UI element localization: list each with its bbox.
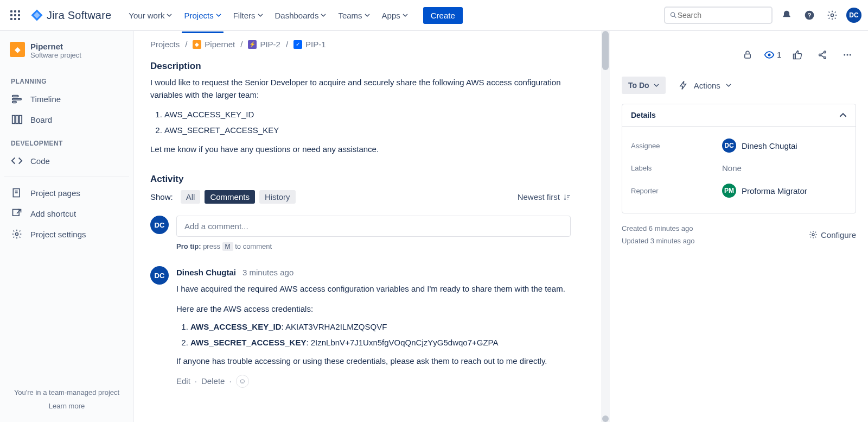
sidebar-code[interactable]: Code <box>4 150 129 171</box>
details-card: Details Assignee DC Dinesh Chugtai Label… <box>622 104 856 213</box>
chevron-down-icon <box>365 12 370 18</box>
project-small-icon: ◆ <box>193 40 201 49</box>
gear-icon <box>11 228 23 240</box>
current-user-avatar: DC <box>150 216 169 234</box>
jira-logo[interactable]: Jira Software <box>30 9 111 22</box>
assignee-label: Assignee <box>631 142 722 150</box>
comment-author[interactable]: Dinesh Chugtai <box>176 266 236 279</box>
nav-teams[interactable]: Teams <box>334 8 374 23</box>
svg-text:?: ? <box>807 11 811 18</box>
like-icon[interactable] <box>789 46 806 64</box>
svg-point-17 <box>768 54 771 56</box>
svg-rect-7 <box>12 102 16 103</box>
nav-dashboards[interactable]: Dashboards <box>271 8 331 23</box>
chevron-down-icon <box>654 83 659 88</box>
sidebar-project-settings[interactable]: Project settings <box>4 224 129 244</box>
crumb-issue[interactable]: ✓PIP-1 <box>293 40 326 49</box>
scrollbar[interactable] <box>601 31 610 422</box>
svg-point-0 <box>671 12 674 16</box>
svg-point-23 <box>844 54 845 56</box>
create-button[interactable]: Create <box>423 7 463 24</box>
detail-pane: 1 To Do Actions Details Assignee <box>610 31 868 422</box>
assignee-value[interactable]: DC Dinesh Chugtai <box>722 138 797 153</box>
code-icon <box>11 155 23 167</box>
reporter-value[interactable]: PM Proforma Migrator <box>722 184 807 198</box>
nav-projects[interactable]: Projects <box>180 8 225 23</box>
tab-all[interactable]: All <box>181 190 201 204</box>
tab-comments[interactable]: Comments <box>205 190 255 204</box>
app-switcher-icon[interactable] <box>7 7 24 24</box>
description-body: I would like to request the Senior Devel… <box>150 76 571 155</box>
nav-filters[interactable]: Filters <box>229 8 267 23</box>
details-toggle[interactable]: Details <box>622 104 856 127</box>
board-icon <box>11 114 23 125</box>
comment-delete[interactable]: Delete <box>201 375 225 387</box>
labels-value[interactable]: None <box>722 163 742 173</box>
chevron-down-icon <box>167 12 172 18</box>
svg-point-26 <box>812 234 814 236</box>
svg-rect-9 <box>16 116 18 124</box>
comment-input[interactable]: Add a comment... <box>176 216 571 237</box>
assignee-avatar: DC <box>722 138 736 153</box>
project-header[interactable]: ◆ Pipernet Software project <box>4 42 129 68</box>
svg-point-25 <box>850 54 851 56</box>
gear-icon <box>809 230 818 239</box>
jira-logo-icon <box>30 9 43 22</box>
tab-history[interactable]: History <box>259 190 296 204</box>
comment-time: 3 minutes ago <box>242 266 293 279</box>
project-type: Software project <box>30 51 81 59</box>
add-reaction-icon[interactable]: ☺ <box>236 375 249 388</box>
help-icon[interactable]: ? <box>801 7 818 24</box>
svg-line-22 <box>821 55 824 58</box>
more-icon[interactable] <box>839 46 856 64</box>
svg-point-24 <box>847 54 848 56</box>
svg-line-1 <box>674 16 676 18</box>
crumb-epic[interactable]: ⚡PIP-2 <box>248 40 280 49</box>
nav-apps[interactable]: Apps <box>378 8 412 23</box>
section-planning: PLANNING <box>4 68 129 89</box>
lock-icon[interactable] <box>739 46 756 64</box>
svg-point-4 <box>831 14 834 17</box>
search-box[interactable] <box>664 7 773 24</box>
watch-button[interactable]: 1 <box>764 49 781 60</box>
svg-rect-16 <box>745 54 751 59</box>
chevron-down-icon <box>216 12 221 18</box>
configure-button[interactable]: Configure <box>809 222 856 248</box>
nav-your-work[interactable]: Your work <box>124 8 176 23</box>
settings-icon[interactable] <box>824 7 841 24</box>
crumb-projects[interactable]: Projects <box>150 40 180 49</box>
jira-logo-text: Jira Software <box>47 9 111 22</box>
shortcut-icon <box>11 207 23 219</box>
svg-point-15 <box>16 233 18 236</box>
section-development: DEVELOPMENT <box>4 130 129 150</box>
svg-rect-5 <box>12 96 18 97</box>
svg-line-21 <box>821 53 824 55</box>
user-avatar[interactable]: DC <box>846 8 861 23</box>
sort-icon <box>563 193 571 201</box>
comment-avatar: DC <box>150 266 169 285</box>
issue-pane: Projects / ◆Pipernet / ⚡PIP-2 / ✓PIP-1 D… <box>134 31 601 422</box>
comment-protip: Pro tip: press M to comment <box>176 242 571 251</box>
comment-item: DC Dinesh Chugtai 3 minutes ago I have a… <box>150 266 571 388</box>
comment-edit[interactable]: Edit <box>176 375 190 387</box>
sidebar-project-pages[interactable]: Project pages <box>4 182 129 203</box>
top-nav: Jira Software Your work Projects Filters… <box>0 0 868 31</box>
notifications-icon[interactable] <box>778 7 795 24</box>
svg-rect-8 <box>12 116 15 124</box>
project-name: Pipernet <box>30 42 81 51</box>
sidebar: ◆ Pipernet Software project PLANNING Tim… <box>0 31 134 422</box>
description-heading: Description <box>150 61 571 72</box>
sidebar-board[interactable]: Board <box>4 109 129 130</box>
status-dropdown[interactable]: To Do <box>622 77 666 94</box>
epic-icon: ⚡ <box>248 40 257 49</box>
crumb-project[interactable]: ◆Pipernet <box>193 40 235 49</box>
bolt-icon <box>679 80 688 90</box>
sidebar-add-shortcut[interactable]: Add shortcut <box>4 203 129 224</box>
timeline-icon <box>11 93 23 105</box>
sort-newest[interactable]: Newest first <box>518 192 571 201</box>
sidebar-timeline[interactable]: Timeline <box>4 89 129 109</box>
learn-more-link[interactable]: Learn more <box>10 402 124 410</box>
search-input[interactable] <box>678 11 767 20</box>
share-icon[interactable] <box>814 46 831 64</box>
actions-dropdown[interactable]: Actions <box>679 80 731 90</box>
